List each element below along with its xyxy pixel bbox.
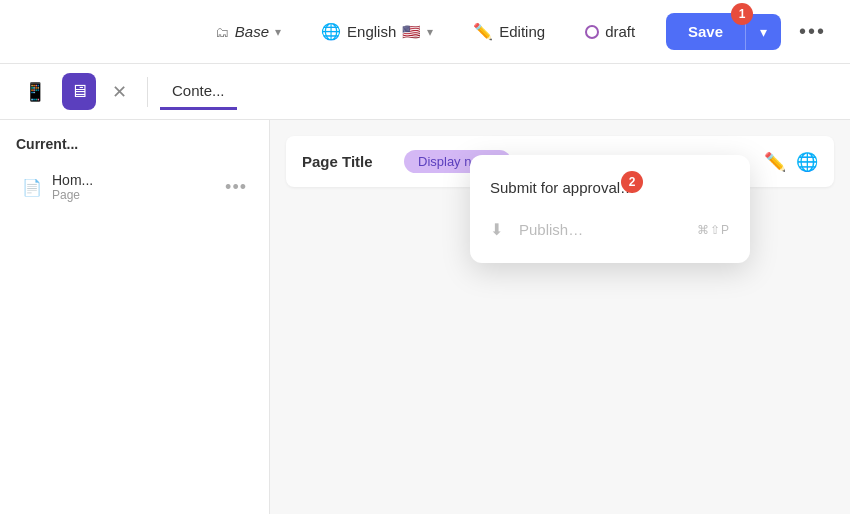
base-icon: 🗂: [215, 24, 229, 40]
edit-field-icon[interactable]: ✏️: [764, 151, 786, 173]
dropdown-menu: Submit for approval… 2 ⬇ Publish… ⌘⇧P: [470, 155, 750, 263]
list-item-name: Hom...: [52, 172, 93, 188]
list-item[interactable]: 📄 Hom... Page •••: [16, 164, 253, 210]
field-actions: ✏️ 🌐: [764, 151, 818, 173]
submit-item-container: Submit for approval… 2: [490, 179, 635, 196]
globe-icon: 🌐: [321, 22, 341, 41]
top-bar-left: 🗂 Base ▾ 🌐 English 🇺🇸 ▾ ✏️ Editing draft: [205, 16, 645, 47]
list-item-sub: Page: [52, 188, 93, 202]
save-badge: 1: [731, 3, 753, 25]
mobile-icon: 📱: [24, 82, 46, 102]
editing-label: Editing: [499, 23, 545, 40]
language-label: English: [347, 23, 396, 40]
flag-icon: 🇺🇸: [402, 23, 421, 41]
content-tab[interactable]: Conte...: [160, 74, 237, 110]
page-title-label: Page Title: [302, 153, 392, 170]
close-button[interactable]: ✕: [104, 73, 135, 111]
toolbar-divider: [147, 77, 148, 107]
pencil-icon: ✏️: [473, 22, 493, 41]
desktop-icon: 🖥: [70, 81, 88, 101]
save-chevron-icon: ▾: [760, 24, 767, 40]
editing-button[interactable]: ✏️ Editing: [463, 16, 555, 47]
globe-field-icon[interactable]: 🌐: [796, 151, 818, 173]
top-bar-right: 1 Save ▾ •••: [666, 13, 834, 50]
more-icon: •••: [799, 20, 826, 42]
base-dropdown[interactable]: 🗂 Base ▾: [205, 17, 291, 46]
language-chevron-icon: ▾: [427, 25, 433, 39]
more-options-button[interactable]: •••: [791, 14, 834, 49]
desktop-view-button[interactable]: 🖥: [62, 73, 96, 110]
base-label: Base: [235, 23, 269, 40]
draft-circle-icon: [585, 25, 599, 39]
list-item-text: Hom... Page: [52, 172, 93, 202]
list-item-more-icon[interactable]: •••: [225, 177, 247, 198]
mobile-view-button[interactable]: 📱: [16, 73, 54, 111]
close-icon: ✕: [112, 82, 127, 102]
publish-shortcut: ⌘⇧P: [697, 223, 730, 237]
top-bar: 🗂 Base ▾ 🌐 English 🇺🇸 ▾ ✏️ Editing draft…: [0, 0, 850, 64]
draft-label: draft: [605, 23, 635, 40]
save-group: 1 Save ▾: [666, 13, 781, 50]
submit-for-approval-item[interactable]: Submit for approval… 2: [470, 167, 750, 208]
publish-icon: ⬇: [490, 220, 503, 239]
left-panel: Current... 📄 Hom... Page •••: [0, 120, 270, 514]
publish-label: Publish…: [519, 221, 583, 238]
base-chevron-icon: ▾: [275, 25, 281, 39]
section-title: Current...: [16, 136, 253, 152]
page-icon: 📄: [22, 178, 42, 197]
toolbar-row: 📱 🖥 ✕ Conte...: [0, 64, 850, 120]
publish-item: ⬇ Publish… ⌘⇧P: [470, 208, 750, 251]
submit-label: Submit for approval…: [490, 179, 635, 196]
dropdown-badge: 2: [621, 171, 643, 193]
draft-button[interactable]: draft: [575, 17, 645, 46]
publish-container: ⬇ Publish…: [490, 220, 583, 239]
language-dropdown[interactable]: 🌐 English 🇺🇸 ▾: [311, 16, 443, 47]
